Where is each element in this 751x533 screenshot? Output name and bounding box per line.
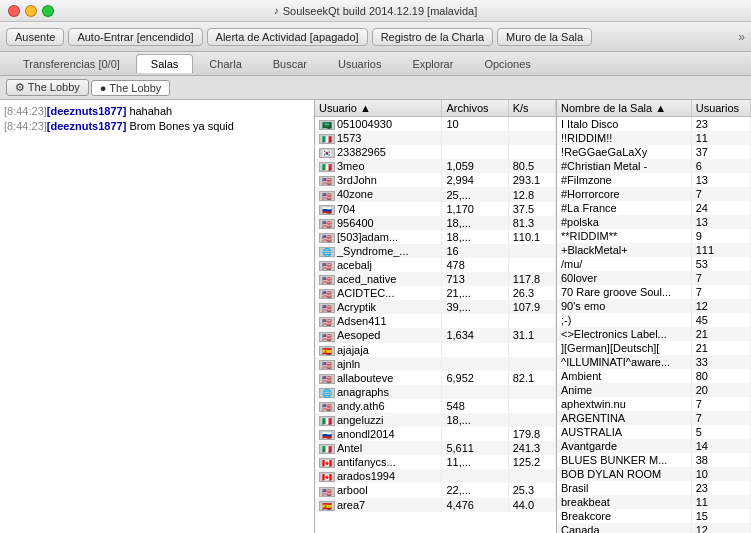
user-row[interactable]: 🇺🇸andy.ath6 548 (315, 399, 556, 413)
room-row[interactable]: #Horrorcore 7 (557, 187, 751, 201)
user-col-usuario[interactable]: Usuario ▲ (315, 100, 442, 117)
user-row[interactable]: 🇮🇹Antel 5,611 241.3 (315, 441, 556, 455)
user-row[interactable]: 🇺🇸956400 18,... 81.3 (315, 216, 556, 230)
room-row[interactable]: #Filmzone 13 (557, 173, 751, 187)
room-row[interactable]: Anime 20 (557, 383, 751, 397)
room-row[interactable]: +BlackMetal+ 111 (557, 243, 751, 257)
room-row[interactable]: !ReGGaeGaLaXy 37 (557, 145, 751, 159)
user-row[interactable]: 🇪🇸area7 4,476 44.0 (315, 498, 556, 512)
tab-charla[interactable]: Charla (194, 54, 256, 73)
close-button[interactable] (8, 5, 20, 17)
user-name-cell: 🇷🇺anondl2014 (315, 427, 442, 441)
room-row[interactable]: **RIDDIM** 9 (557, 229, 751, 243)
wall-of-room-button[interactable]: Muro de la Sala (497, 28, 592, 46)
user-row[interactable]: 🇺🇸40zone 25,... 12.8 (315, 187, 556, 201)
room-row[interactable]: Ambient 80 (557, 369, 751, 383)
room-row[interactable]: breakbeat 11 (557, 495, 751, 509)
room-users-cell: 7 (691, 187, 750, 201)
user-row[interactable]: 🇺🇸ACIDTEC... 21,... 26.3 (315, 286, 556, 300)
user-col-archivos[interactable]: Archivos (442, 100, 508, 117)
room-row[interactable]: 90's emo 12 (557, 299, 751, 313)
room-users-cell: 24 (691, 201, 750, 215)
user-row[interactable]: 🇺🇸Adsen411 (315, 314, 556, 328)
room-row[interactable]: ][German][Deutsch][ 21 (557, 341, 751, 355)
maximize-button[interactable] (42, 5, 54, 17)
room-name-cell: !ReGGaeGaLaXy (557, 145, 691, 159)
user-row[interactable]: 🌐_Syndrome_... 16 (315, 244, 556, 258)
user-files-cell: 10 (442, 117, 508, 132)
chat-log-button[interactable]: Registro de la Charla (372, 28, 493, 46)
user-row[interactable]: 🇨🇦antifanycs... 11,... 125.2 (315, 455, 556, 469)
user-row[interactable]: 🇺🇸Acryptik 39,... 107.9 (315, 300, 556, 314)
user-row[interactable]: 🇺🇸ajnln (315, 357, 556, 371)
room-row[interactable]: 60lover 7 (557, 271, 751, 285)
more-button[interactable]: » (738, 30, 745, 44)
minimize-button[interactable] (25, 5, 37, 17)
room-row[interactable]: #La France 24 (557, 201, 751, 215)
user-name-cell: 🇪🇸area7 (315, 498, 442, 512)
room-row[interactable]: BLUES BUNKER M... 38 (557, 453, 751, 467)
room-row[interactable]: #polska 13 (557, 215, 751, 229)
user-row[interactable]: 🇺🇸Aesoped 1,634 31.1 (315, 328, 556, 342)
tab-explorar[interactable]: Explorar (397, 54, 468, 73)
user-row[interactable]: 🇺🇸allabouteve 6,952 82.1 (315, 371, 556, 385)
tab-opciones[interactable]: Opciones (469, 54, 545, 73)
tab-buscar[interactable]: Buscar (258, 54, 322, 73)
user-col-k/s[interactable]: K/s (508, 100, 555, 117)
room-row[interactable]: Canada 12 (557, 523, 751, 533)
rooms-col-usuarios[interactable]: Usuarios (691, 100, 750, 117)
rooms-col-nombre-de-la-sala[interactable]: Nombre de la Sala ▲ (557, 100, 691, 117)
user-row[interactable]: 🇸🇦051004930 10 (315, 117, 556, 132)
user-row[interactable]: 🇺🇸arbool 22,... 25.3 (315, 483, 556, 497)
room-users-cell: 23 (691, 481, 750, 495)
tab-salas[interactable]: Salas (136, 54, 194, 73)
auto-enter-button[interactable]: Auto-Entrar [encendido] (68, 28, 202, 46)
room-row[interactable]: #Christian Metal - 6 (557, 159, 751, 173)
user-scroll[interactable]: Usuario ▲ArchivosK/s 🇸🇦051004930 10 🇮🇹15… (315, 100, 556, 533)
user-name-cell: 🇮🇹3meo (315, 159, 442, 173)
user-row[interactable]: 🇮🇹1573 (315, 131, 556, 145)
subtab-0[interactable]: ⚙ The Lobby (6, 79, 89, 96)
tab-usuarios[interactable]: Usuarios (323, 54, 396, 73)
user-row[interactable]: 🇺🇸aced_native 713 117.8 (315, 272, 556, 286)
room-row[interactable]: Breakcore 15 (557, 509, 751, 523)
room-row[interactable]: ;-) 45 (557, 313, 751, 327)
user-row[interactable]: 🇷🇺anondl2014 179.8 (315, 427, 556, 441)
user-row[interactable]: 🇺🇸[503]adam... 18,... 110.1 (315, 230, 556, 244)
room-row[interactable]: Brasil 23 (557, 481, 751, 495)
user-row[interactable]: 🇨🇦arados1994 (315, 469, 556, 483)
flag-icon: 🇺🇸 (319, 303, 335, 313)
user-files-cell: 713 (442, 272, 508, 286)
room-row[interactable]: ^ILLUMINATI^aware... 33 (557, 355, 751, 369)
rooms-table-body: I Italo Disco 23 !!RIDDIM!! 11 !ReGGaeGa… (557, 117, 751, 534)
room-row[interactable]: ARGENTINA 7 (557, 411, 751, 425)
room-name-cell: AUSTRALIA (557, 425, 691, 439)
user-row[interactable]: 🇺🇸3rdJohn 2,994 293.1 (315, 173, 556, 187)
room-row[interactable]: 70 Rare groove Soul... 7 (557, 285, 751, 299)
user-row[interactable]: 🇺🇸acebalj 478 (315, 258, 556, 272)
user-row[interactable]: 🇮🇹angeluzzi 18,... (315, 413, 556, 427)
activity-alert-button[interactable]: Alerta de Actividad [apagado] (207, 28, 368, 46)
room-row[interactable]: Avantgarde 14 (557, 439, 751, 453)
absent-button[interactable]: Ausente (6, 28, 64, 46)
subtab-1[interactable]: ● The Lobby (91, 80, 170, 96)
user-kbs-cell (508, 469, 555, 483)
room-row[interactable]: /mu/ 53 (557, 257, 751, 271)
user-row[interactable]: 🌐anagraphs (315, 385, 556, 399)
room-row[interactable]: AUSTRALIA 5 (557, 425, 751, 439)
rooms-scroll[interactable]: Nombre de la Sala ▲Usuarios I Italo Disc… (557, 100, 751, 533)
tab-transferencias--0-0-[interactable]: Transferencias [0/0] (8, 54, 135, 73)
user-row[interactable]: 🇮🇹3meo 1,059 80.5 (315, 159, 556, 173)
room-users-cell: 14 (691, 439, 750, 453)
user-row[interactable]: 🇪🇸ajajaja (315, 343, 556, 357)
room-row[interactable]: <>Electronics Label... 21 (557, 327, 751, 341)
room-row[interactable]: aphextwin.nu 7 (557, 397, 751, 411)
room-name-cell: ;-) (557, 313, 691, 327)
user-row[interactable]: 🇷🇺704 1,170 37.5 (315, 202, 556, 216)
room-users-cell: 13 (691, 173, 750, 187)
room-row[interactable]: BOB DYLAN ROOM 10 (557, 467, 751, 481)
room-row[interactable]: I Italo Disco 23 (557, 117, 751, 132)
user-kbs-cell: 12.8 (508, 187, 555, 201)
user-row[interactable]: 🇰🇷23382965 (315, 145, 556, 159)
room-row[interactable]: !!RIDDIM!! 11 (557, 131, 751, 145)
